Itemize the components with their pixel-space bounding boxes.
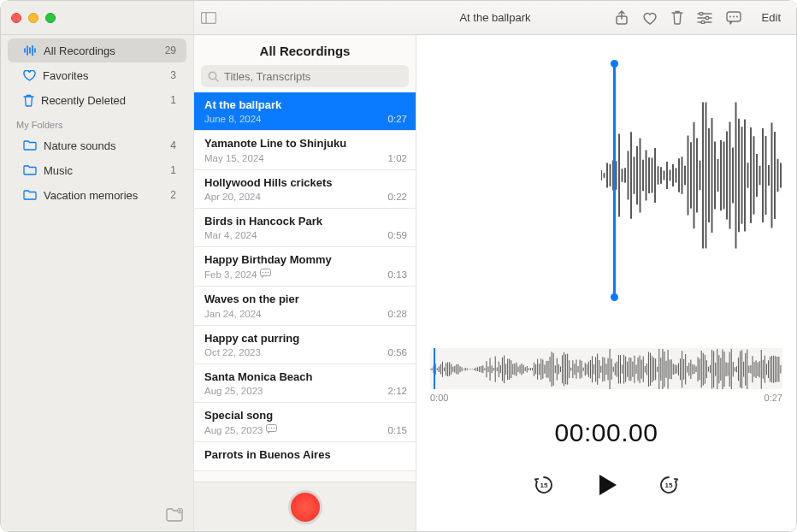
minimize-window[interactable]: [28, 13, 38, 23]
options-icon[interactable]: [697, 12, 712, 24]
sidebar-item-label: Vacation memories: [44, 189, 163, 202]
edit-button[interactable]: Edit: [755, 9, 788, 27]
recording-date: Aug 25, 2023: [204, 386, 383, 396]
sidebar-folder-vacation-memories[interactable]: Vacation memories 2: [8, 183, 186, 207]
delete-icon[interactable]: [671, 10, 683, 25]
favorite-icon[interactable]: [642, 11, 658, 25]
svg-point-11: [733, 15, 735, 17]
titlebar-left: [1, 1, 194, 34]
recording-row[interactable]: Special song Aug 25, 2023 0:15: [194, 403, 416, 442]
playback-controls: 15 15: [430, 471, 782, 514]
recording-title: Parrots in Buenos Aires: [204, 448, 407, 462]
waveform-zoom-svg: [601, 64, 782, 287]
recording-duration: 0:27: [388, 114, 407, 124]
heart-icon: [23, 70, 36, 81]
current-time: 00:00.00: [430, 418, 782, 447]
playhead[interactable]: [434, 348, 435, 389]
app-window: At the ballpark Edit: [0, 0, 797, 532]
overview-end-time: 0:27: [765, 393, 782, 403]
svg-point-27: [270, 428, 272, 429]
recording-row[interactable]: Yamanote Line to Shinjuku May 15, 20241:…: [194, 131, 416, 169]
search-input[interactable]: [224, 70, 402, 83]
recording-row[interactable]: Santa Monica Beach Aug 25, 20232:12: [194, 364, 416, 403]
recording-title: Waves on the pier: [204, 293, 407, 306]
recording-title: Santa Monica Beach: [204, 370, 407, 384]
sidebar: All Recordings 29 Favorites 3 Recently D…: [1, 35, 194, 531]
sidebar-folder-music[interactable]: Music 1: [8, 158, 186, 182]
recording-title: Yamanote Line to Shinjuku: [204, 137, 407, 151]
recording-date: Apr 20, 2024: [204, 192, 383, 202]
sidebar-item-count: 2: [170, 189, 176, 201]
player-panel: 0:00 0:01 0:02 0:00 0:27 00:00.00: [416, 35, 796, 531]
search-icon: [208, 71, 219, 82]
titlebar: At the ballpark Edit: [1, 1, 796, 35]
recording-row[interactable]: Parrots in Buenos Aires: [194, 442, 416, 470]
titlebar-main: At the ballpark Edit: [194, 12, 796, 24]
svg-point-28: [273, 428, 275, 429]
search-field[interactable]: [201, 65, 409, 87]
recording-row[interactable]: Hollywood Hills crickets Apr 20, 20240:2…: [194, 170, 416, 209]
transcript-icon[interactable]: [726, 11, 741, 25]
recording-title: Birds in Hancock Park: [204, 215, 407, 228]
sidebar-item-all-recordings[interactable]: All Recordings 29: [8, 38, 186, 62]
close-window[interactable]: [11, 13, 21, 23]
transcript-badge-icon: [266, 424, 277, 434]
recording-row[interactable]: Happy cat purring Oct 22, 20230:56: [194, 326, 416, 364]
recording-duration: 0:28: [388, 309, 407, 319]
sidebar-item-label: Nature sounds: [44, 139, 163, 152]
record-button[interactable]: [288, 490, 322, 524]
svg-point-12: [736, 15, 738, 17]
svg-point-8: [701, 21, 705, 24]
recording-date: Mar 4, 2024: [204, 230, 383, 240]
sidebar-item-recently-deleted[interactable]: Recently Deleted 1: [8, 88, 186, 112]
recording-row[interactable]: At the ballpark June 8, 20240:27: [194, 92, 416, 131]
sidebar-item-count: 4: [170, 139, 176, 151]
recording-title: Special song: [204, 409, 407, 423]
recording-title: Happy cat purring: [204, 332, 407, 346]
fullscreen-window[interactable]: [45, 13, 56, 23]
trash-icon: [23, 94, 34, 107]
sidebar-item-label: All Recordings: [44, 44, 158, 57]
recording-row[interactable]: Happy Birthday Mommy Feb 3, 2024 0:13: [194, 247, 416, 287]
share-icon[interactable]: [615, 10, 629, 26]
waveform-overview[interactable]: [430, 348, 782, 389]
recordings-header: All Recordings: [194, 35, 416, 65]
selection-handle[interactable]: [613, 64, 616, 297]
svg-point-26: [268, 428, 269, 429]
folder-icon: [23, 165, 37, 175]
play-button[interactable]: [593, 471, 620, 499]
sidebar-item-label: Favorites: [43, 69, 163, 82]
sidebar-item-count: 3: [170, 69, 176, 81]
waveform-icon: [23, 45, 37, 56]
sidebar-item-favorites[interactable]: Favorites 3: [8, 63, 186, 87]
recordings-panel: All Recordings At the ballpark June 8, 2…: [194, 35, 416, 531]
waveform-zoom[interactable]: 0:00 0:01 0:02: [430, 47, 782, 321]
record-bar: [194, 482, 416, 531]
svg-point-10: [729, 15, 731, 17]
recording-date: Aug 25, 2023: [204, 424, 383, 435]
zoom-tick: 0:00: [601, 319, 619, 321]
svg-point-6: [705, 16, 709, 20]
sidebar-folder-nature-sounds[interactable]: Nature sounds 4: [8, 133, 186, 157]
overview-start-time: 0:00: [430, 393, 448, 403]
waveform-overview-wrap: 0:00 0:27: [430, 348, 782, 403]
skip-back-icon[interactable]: 15: [533, 474, 555, 496]
svg-point-23: [264, 272, 266, 274]
recording-duration: 2:12: [388, 386, 407, 396]
svg-point-4: [700, 12, 703, 15]
window-controls: [11, 13, 56, 23]
recording-row[interactable]: Birds in Hancock Park Mar 4, 20240:59: [194, 209, 416, 247]
sidebar-item-label: Music: [44, 164, 163, 177]
zoom-tick: 0:01: [679, 319, 697, 321]
recording-row[interactable]: Waves on the pier Jan 24, 20240:28: [194, 287, 416, 325]
skip-forward-icon[interactable]: 15: [658, 474, 680, 496]
recording-date: Feb 3, 2024: [204, 269, 383, 280]
svg-rect-0: [202, 12, 216, 23]
recordings-list: At the ballpark June 8, 20240:27Yamanote…: [194, 92, 416, 482]
new-folder-icon[interactable]: [166, 508, 183, 524]
my-folders-header: My Folders: [1, 113, 193, 133]
toggle-sidebar-icon[interactable]: [201, 12, 216, 24]
svg-text:15: 15: [540, 482, 548, 489]
recording-date: Jan 24, 2024: [204, 309, 383, 319]
recording-duration: 0:15: [388, 425, 407, 435]
